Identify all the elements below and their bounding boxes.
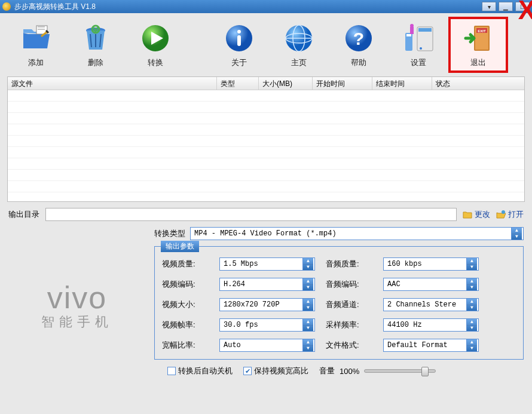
convert-type-label: 转换类型 (154, 228, 185, 239)
video-fps-label: 视频帧率: (162, 320, 209, 330)
help-label: 帮助 (351, 57, 366, 68)
trash-icon (79, 22, 112, 55)
add-button[interactable]: 添加 (6, 17, 66, 73)
convert-label: 转换 (148, 57, 163, 68)
aspect-select[interactable]: Auto▲▼ (219, 339, 315, 352)
brand-tagline: 智能手机 (41, 313, 113, 331)
help-icon: ? (342, 22, 375, 55)
footer: 转换后自动关机 保持视频宽高比 音量 100% (167, 366, 524, 376)
file-list-header: 源文件 类型 大小(MB) 开始时间 结束时间 状态 (8, 77, 524, 90)
col-type[interactable]: 类型 (217, 77, 259, 90)
svg-rect-18 (410, 27, 414, 34)
svg-rect-14 (418, 28, 432, 32)
file-list: 源文件 类型 大小(MB) 开始时间 结束时间 状态 (7, 76, 525, 202)
convert-type-value: MP4 - MPEG-4 Video Format (*.mp4) (194, 229, 337, 238)
volume-label: 音量 (319, 366, 335, 376)
convert-type-select[interactable]: MP4 - MPEG-4 Video Format (*.mp4) ▲▼ (190, 227, 524, 240)
svg-text:?: ? (353, 29, 364, 48)
col-start[interactable]: 开始时间 (313, 77, 372, 90)
sample-rate-select[interactable]: 44100 Hz▲▼ (383, 318, 479, 332)
about-label: 关于 (231, 57, 247, 68)
dropdown-button[interactable]: ▾ (482, 2, 496, 11)
svg-text:EXIT: EXIT (478, 29, 486, 33)
brand-text: vivo (47, 280, 107, 315)
output-path-input[interactable] (45, 208, 457, 221)
change-button[interactable]: 更改 (463, 209, 490, 220)
audio-channel-label: 音频通道: (326, 299, 372, 310)
output-label: 输出目录 (8, 209, 39, 220)
play-icon (139, 22, 172, 55)
home-button[interactable]: 主页 (269, 17, 329, 73)
audio-channel-select[interactable]: 2 Channels Stere▲▼ (383, 298, 479, 311)
audio-quality-select[interactable]: 160 kbps▲▼ (383, 257, 479, 271)
settings-label: 设置 (411, 57, 426, 68)
minimize-button[interactable]: ▁ (499, 2, 513, 11)
spin-icon: ▲▼ (511, 228, 522, 240)
file-format-select[interactable]: Default Format▲▼ (383, 339, 479, 352)
volume-value: 100% (340, 367, 359, 376)
output-row: 输出目录 更改 打开 (8, 208, 524, 221)
shutdown-checkbox[interactable]: 转换后自动关机 (167, 366, 233, 376)
video-quality-label: 视频质量: (162, 259, 209, 269)
brand-logo: vivo 智能手机 (8, 251, 146, 360)
audio-codec-label: 音频编码: (326, 279, 372, 290)
app-icon (2, 2, 11, 11)
settings-icon (402, 22, 435, 55)
col-size[interactable]: 大小(MB) (259, 77, 313, 90)
open-button[interactable]: 打开 (496, 209, 524, 220)
globe-icon (282, 22, 316, 55)
file-format-label: 文件格式: (326, 340, 372, 351)
video-size-select[interactable]: 1280x720 720P▲▼ (219, 298, 315, 311)
aspect-label: 宽幅比率: (162, 340, 209, 351)
help-button[interactable]: ? 帮助 (329, 17, 389, 73)
exit-button[interactable]: EXIT 退出 (448, 17, 508, 73)
convert-button[interactable]: 转换 (126, 17, 185, 73)
open-label: 打开 (508, 209, 524, 220)
file-rows[interactable] (8, 90, 524, 201)
delete-label: 删除 (88, 57, 103, 68)
svg-rect-17 (406, 34, 411, 36)
sample-rate-label: 采样频率: (326, 320, 372, 330)
settings-button[interactable]: 设置 (389, 17, 448, 73)
keep-ratio-label: 保持视频宽高比 (254, 366, 308, 376)
about-button[interactable]: 关于 (209, 17, 269, 73)
exit-label: 退出 (470, 57, 486, 68)
volume-slider[interactable] (364, 369, 436, 373)
svg-rect-6 (237, 35, 241, 46)
audio-quality-label: 音频质量: (326, 259, 372, 269)
audio-codec-select[interactable]: AAC▲▼ (383, 278, 479, 291)
slider-thumb[interactable] (421, 367, 429, 376)
svg-point-5 (237, 30, 241, 33)
exit-icon: EXIT (461, 22, 495, 55)
col-end[interactable]: 结束时间 (372, 77, 432, 90)
svg-point-24 (502, 210, 505, 214)
change-label: 更改 (475, 209, 490, 220)
delete-button[interactable]: 删除 (66, 17, 126, 73)
shutdown-label: 转换后自动关机 (178, 366, 233, 376)
video-fps-select[interactable]: 30.0 fps▲▼ (219, 318, 315, 332)
open-folder-icon (496, 210, 506, 219)
titlebar: 步步高视频转换工具 V1.8 ▾ ▁ ☐ (0, 0, 532, 13)
svg-point-15 (420, 47, 422, 50)
info-icon (222, 22, 256, 55)
toolbar: 添加 删除 转换 关于 主页 (0, 13, 532, 74)
folder-icon (463, 210, 472, 219)
params-legend: 输出参数 (161, 241, 199, 252)
keep-ratio-checkbox[interactable]: 保持视频宽高比 (243, 366, 308, 376)
output-params: 输出参数 视频质量: 1.5 Mbps▲▼ 音频质量: 160 kbps▲▼ 视… (154, 246, 524, 360)
video-size-label: 视频大小: (162, 299, 209, 310)
video-codec-label: 视频编码: (162, 279, 209, 290)
video-codec-select[interactable]: H.264▲▼ (219, 278, 315, 291)
col-status[interactable]: 状态 (432, 77, 524, 90)
folder-add-icon (19, 22, 53, 55)
window-title: 步步高视频转换工具 V1.8 (14, 2, 482, 12)
maximize-button[interactable]: ☐ (515, 2, 530, 11)
video-quality-select[interactable]: 1.5 Mbps▲▼ (219, 257, 315, 271)
svg-point-19 (410, 24, 414, 27)
home-label: 主页 (291, 57, 307, 68)
col-source[interactable]: 源文件 (8, 77, 217, 90)
add-label: 添加 (28, 57, 44, 68)
